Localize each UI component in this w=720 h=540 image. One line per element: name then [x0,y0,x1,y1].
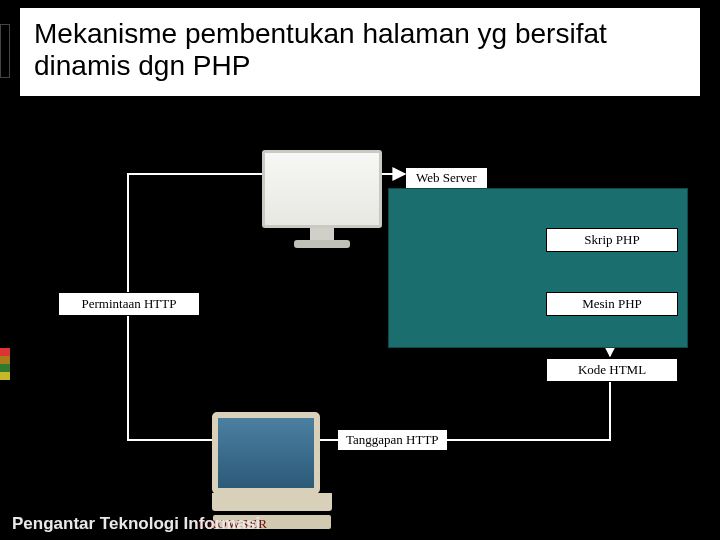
client-computer-icon [212,412,332,529]
footer-text: Pengantar Teknologi Informasi [12,514,260,534]
skrip-php-box: Skrip PHP [546,228,678,252]
web-server-label: Web Server [406,168,487,188]
mesin-php-box: Mesin PHP [546,292,678,316]
server-box [388,188,688,348]
permintaan-http-box: Permintaan HTTP [58,292,200,316]
tanggapan-http-label: Tanggapan HTTP [338,430,447,450]
accent-bar [0,24,10,78]
diagram-stage: Web Server Skrip PHP Mesin PHP Kode HTML… [0,140,720,540]
title-card: Mekanisme pembentukan halaman yg bersifa… [20,8,700,96]
server-computer-icon [262,150,382,248]
page-title: Mekanisme pembentukan halaman yg bersifa… [34,18,686,82]
kode-html-box: Kode HTML [546,358,678,382]
